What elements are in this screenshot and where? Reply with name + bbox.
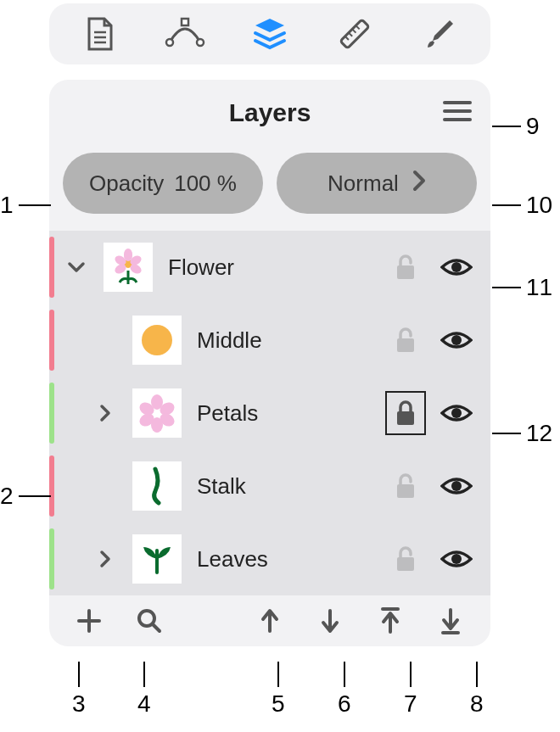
svg-line-9	[352, 29, 356, 32]
annotation-1: 1	[0, 192, 51, 219]
layer-row[interactable]: Petals	[49, 377, 490, 450]
annotation-4: 4	[137, 662, 151, 718]
annotation-9: 9	[492, 113, 540, 140]
svg-line-7	[345, 36, 349, 40]
expand-toggle[interactable]	[59, 261, 93, 273]
layer-thumbnail	[132, 534, 182, 584]
move-down-button[interactable]	[303, 607, 356, 634]
visibility-toggle[interactable]	[436, 402, 477, 424]
svg-line-10	[356, 25, 359, 29]
svg-rect-3	[182, 19, 188, 25]
lock-toggle[interactable]	[385, 327, 426, 354]
layer-controls-row: Opacity 100 % Normal	[49, 146, 490, 231]
annotation-5: 5	[272, 662, 285, 718]
tab-document[interactable]	[80, 14, 120, 54]
svg-point-36	[451, 481, 462, 491]
annotation-8: 8	[470, 662, 484, 718]
tab-path[interactable]	[165, 14, 205, 54]
layer-row[interactable]: Flower	[49, 231, 490, 304]
layer-name-label: Petals	[197, 400, 375, 427]
layer-thumbnail	[132, 461, 182, 511]
blend-mode-control[interactable]: Normal	[277, 153, 477, 214]
layer-name-label: Stalk	[197, 473, 375, 500]
layer-color-strip	[49, 310, 54, 371]
layer-row[interactable]: Middle	[49, 304, 490, 377]
tab-ruler[interactable]	[334, 14, 375, 54]
layer-color-strip	[49, 237, 54, 298]
svg-point-4	[166, 39, 173, 46]
layer-thumbnail	[132, 388, 182, 438]
visibility-toggle[interactable]	[436, 329, 477, 351]
svg-rect-25	[397, 338, 414, 352]
opacity-control[interactable]: Opacity 100 %	[63, 153, 263, 214]
expand-toggle[interactable]	[88, 550, 122, 568]
layer-row[interactable]: Leaves	[49, 522, 490, 595]
move-up-button[interactable]	[244, 607, 297, 634]
layer-thumbnail	[104, 243, 153, 292]
layer-color-strip	[49, 528, 54, 590]
annotation-2: 2	[0, 483, 51, 510]
layers-panel: Layers Opacity 100 % Normal FlowerMiddle…	[49, 80, 490, 646]
svg-line-8	[349, 33, 352, 36]
annotation-10: 10	[492, 192, 552, 219]
visibility-toggle[interactable]	[436, 548, 477, 570]
panel-header: Layers	[49, 80, 490, 146]
search-layers-button[interactable]	[123, 607, 176, 634]
layer-name-label: Flower	[168, 254, 375, 281]
svg-rect-35	[397, 484, 414, 498]
visibility-toggle[interactable]	[436, 256, 477, 278]
annotation-7: 7	[404, 662, 417, 718]
svg-rect-6	[340, 20, 369, 48]
lock-toggle[interactable]	[385, 545, 426, 573]
opacity-label: Opacity	[89, 170, 164, 197]
svg-line-42	[153, 624, 160, 631]
annotation-11: 11	[492, 274, 552, 301]
move-to-top-button[interactable]	[363, 606, 417, 635]
svg-point-5	[197, 39, 204, 46]
svg-rect-22	[397, 265, 414, 279]
svg-point-38	[451, 554, 462, 564]
visibility-toggle[interactable]	[436, 475, 477, 497]
top-toolbar	[49, 3, 490, 64]
svg-point-26	[451, 335, 462, 345]
move-to-bottom-button[interactable]	[423, 606, 477, 635]
layer-row[interactable]: Stalk	[49, 450, 490, 522]
chevron-right-icon	[412, 170, 426, 198]
blend-mode-label: Normal	[328, 170, 399, 197]
panel-title: Layers	[229, 98, 311, 127]
annotation-12: 12	[492, 420, 552, 447]
add-layer-button[interactable]	[63, 608, 116, 634]
tab-brush[interactable]	[419, 14, 460, 54]
svg-rect-33	[397, 411, 414, 425]
lock-toggle[interactable]	[385, 254, 426, 281]
layer-name-label: Middle	[197, 327, 375, 354]
layer-thumbnail	[132, 316, 182, 365]
opacity-value: 100 %	[174, 170, 237, 197]
expand-toggle[interactable]	[88, 404, 122, 422]
tab-layers[interactable]	[249, 14, 290, 54]
annotation-3: 3	[72, 662, 86, 718]
layers-bottom-bar	[49, 595, 490, 646]
svg-point-34	[451, 408, 462, 418]
lock-toggle[interactable]	[385, 472, 426, 500]
layer-name-label: Leaves	[197, 546, 375, 573]
svg-rect-37	[397, 557, 414, 571]
annotation-6: 6	[338, 662, 351, 718]
svg-point-24	[142, 325, 172, 355]
svg-point-18	[124, 249, 132, 260]
layer-color-strip	[49, 383, 54, 444]
panel-menu-button[interactable]	[443, 100, 472, 126]
lock-toggle[interactable]	[385, 391, 426, 435]
layers-list: FlowerMiddlePetalsStalkLeaves	[49, 231, 490, 595]
svg-point-23	[451, 262, 462, 272]
